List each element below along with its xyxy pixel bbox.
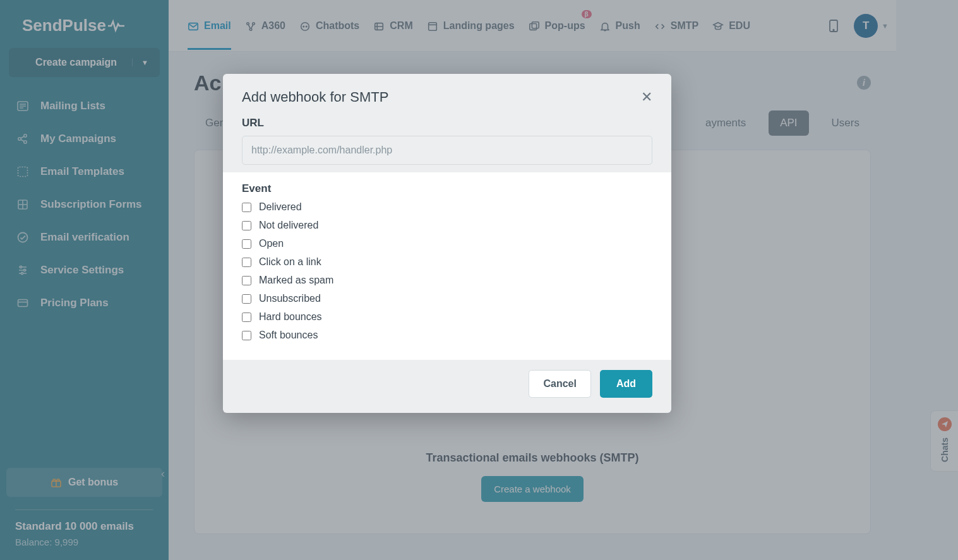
event-hard-bounces[interactable]: Hard bounces xyxy=(242,311,652,323)
add-button[interactable]: Add xyxy=(600,370,652,398)
event-checkbox[interactable] xyxy=(242,331,251,340)
event-checkbox[interactable] xyxy=(242,203,251,212)
event-checkbox[interactable] xyxy=(242,221,251,230)
event-unsubscribed[interactable]: Unsubscribed xyxy=(242,293,652,304)
event-checkbox[interactable] xyxy=(242,276,251,285)
event-checkbox[interactable] xyxy=(242,313,251,322)
event-checkbox[interactable] xyxy=(242,239,251,249)
close-icon[interactable]: ✕ xyxy=(641,90,652,104)
event-label: Event xyxy=(242,182,652,195)
event-click-link[interactable]: Click on a link xyxy=(242,256,652,268)
event-spam[interactable]: Marked as spam xyxy=(242,275,652,286)
event-not-delivered[interactable]: Not delivered xyxy=(242,220,652,231)
cancel-button[interactable]: Cancel xyxy=(529,370,590,398)
modal-title: Add webhook for SMTP xyxy=(242,89,388,105)
url-label: URL xyxy=(242,117,652,129)
event-list: Delivered Not delivered Open Click on a … xyxy=(242,201,652,341)
event-checkbox[interactable] xyxy=(242,258,251,267)
event-open[interactable]: Open xyxy=(242,238,652,249)
webhook-url-input[interactable] xyxy=(242,136,652,165)
add-webhook-modal: Add webhook for SMTP ✕ URL Event Deliver… xyxy=(223,74,671,413)
event-soft-bounces[interactable]: Soft bounces xyxy=(242,330,652,341)
event-delivered[interactable]: Delivered xyxy=(242,201,652,213)
event-checkbox[interactable] xyxy=(242,294,251,304)
